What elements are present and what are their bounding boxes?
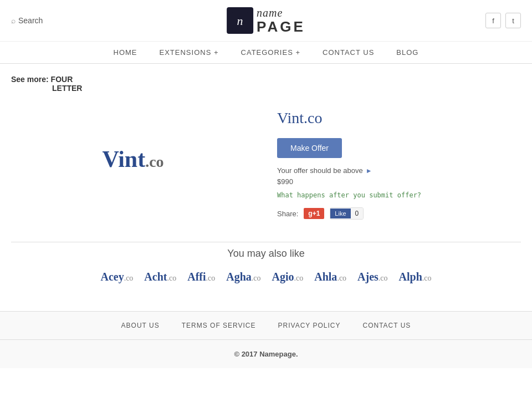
main-content: See more: FOUR LETTER Vint.co Vint.co Ma…	[0, 64, 532, 311]
nav-categories[interactable]: CATEGORIES +	[241, 48, 300, 57]
product-info: Vint.co Make Offer Your offer should be …	[277, 104, 521, 220]
site-footer: ABOUT US TERMS OF SERVICE PRIVACY POLICY…	[0, 311, 532, 368]
list-item[interactable]: Ahla.co	[314, 271, 346, 283]
make-offer-button[interactable]: Make Offer	[277, 138, 342, 158]
nav-home[interactable]: HOME	[114, 48, 137, 57]
domain-name-display: Vint	[102, 146, 145, 172]
svg-text:n: n	[237, 14, 243, 28]
list-item[interactable]: Agha.co	[226, 271, 260, 283]
list-item[interactable]: Alph.co	[399, 271, 432, 283]
footer-privacy[interactable]: PRIVACY POLICY	[278, 322, 341, 329]
logo-icon: n	[227, 7, 253, 34]
breadcrumb: See more: FOUR LETTER	[11, 75, 521, 93]
share-row: Share: g+1 Like 0	[277, 207, 521, 220]
breadcrumb-line2[interactable]: LETTER	[52, 84, 82, 93]
submit-offer-link[interactable]: What happens after you submit offer?	[277, 191, 521, 199]
footer-terms[interactable]: TERMS OF SERVICE	[182, 322, 256, 329]
facebook-button[interactable]: f	[485, 13, 501, 28]
footer-about[interactable]: ABOUT US	[121, 322, 160, 329]
site-logo[interactable]: n name PAGE	[227, 7, 305, 35]
breadcrumb-line1[interactable]: FOUR	[51, 75, 73, 84]
offer-hint-text: Your offer should be above	[277, 166, 363, 175]
share-label: Share:	[277, 210, 298, 218]
copy-brand[interactable]: Namepage	[259, 350, 296, 358]
copy-prefix: © 2017	[234, 350, 257, 358]
search-icon: ⌕	[11, 16, 16, 25]
footer-copyright: © 2017 Namepage.	[0, 340, 532, 368]
search-label: Search	[18, 16, 43, 25]
domain-grid: Acey.co Acht.co Affi.co Agha.co Agio.co …	[11, 271, 521, 283]
product-image: Vint.co	[11, 104, 255, 215]
list-item[interactable]: Ajes.co	[357, 271, 387, 283]
main-nav: HOME EXTENSIONS + CATEGORIES + CONTACT U…	[0, 42, 532, 64]
also-like-section: You may also like Acey.co Acht.co Affi.c…	[11, 248, 521, 283]
footer-nav: ABOUT US TERMS OF SERVICE PRIVACY POLICY…	[0, 312, 532, 340]
site-header: ⌕ Search n name PAGE f t	[0, 0, 532, 42]
product-title: Vint.co	[277, 109, 521, 127]
nav-extensions[interactable]: EXTENSIONS +	[160, 48, 219, 57]
fb-count: 0	[351, 208, 364, 219]
product-section: Vint.co Vint.co Make Offer Your offer sh…	[11, 104, 521, 220]
list-item[interactable]: Affi.co	[187, 271, 215, 283]
search-area[interactable]: ⌕ Search	[11, 16, 43, 25]
offer-price: $990	[277, 177, 521, 186]
social-links: f t	[485, 13, 521, 28]
nav-blog[interactable]: BLOG	[396, 48, 418, 57]
domain-tld-display: .co	[145, 153, 163, 170]
arrow-icon: ►	[366, 167, 372, 175]
nav-contact[interactable]: CONTACT US	[323, 48, 374, 57]
twitter-button[interactable]: t	[505, 13, 521, 28]
list-item[interactable]: Agio.co	[272, 271, 304, 283]
fb-like-button[interactable]: Like 0	[330, 207, 364, 220]
list-item[interactable]: Acht.co	[144, 271, 176, 283]
fb-like-label: Like	[330, 208, 350, 218]
see-more-label: See more:	[11, 75, 49, 84]
copy-suffix: .	[296, 350, 298, 358]
logo-text: name PAGE	[257, 7, 305, 35]
also-like-title: You may also like	[11, 248, 521, 260]
domain-display: Vint.co	[102, 146, 163, 172]
list-item[interactable]: Acey.co	[100, 271, 133, 283]
divider	[11, 242, 521, 242]
gplus-button[interactable]: g+1	[304, 208, 324, 219]
offer-hint: Your offer should be above ►	[277, 166, 521, 175]
footer-contact[interactable]: CONTACT US	[362, 322, 411, 329]
